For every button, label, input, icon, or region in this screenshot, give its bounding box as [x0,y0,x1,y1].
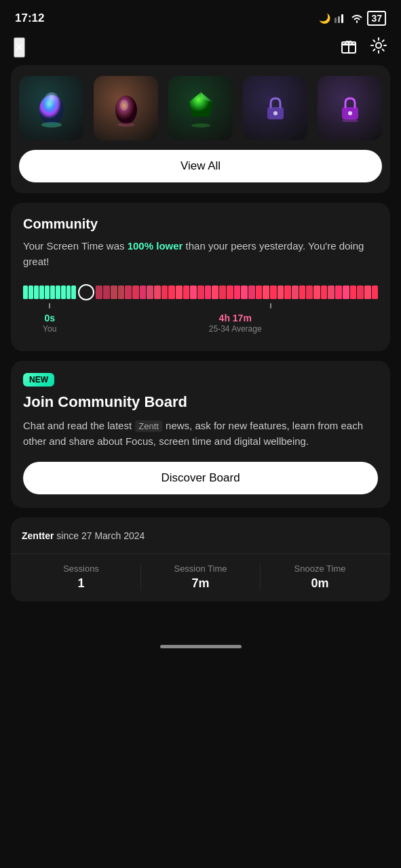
stat-session-time-value: 7m [141,576,260,591]
status-icons: 🌙 37 [319,11,386,26]
stat-sessions-label: Sessions [22,564,140,574]
status-bar: 17:12 🌙 37 [0,0,401,33]
community-title: Community [23,216,378,232]
svg-point-7 [376,43,381,48]
gems-card: View All [11,65,390,193]
stat-snooze-time-value: 0m [261,576,379,591]
main-content: View All Community Your Screen Time was … [0,65,401,638]
join-card: NEW Join Community Board Chat and read t… [11,361,390,508]
gems-row [19,76,382,140]
discover-board-button[interactable]: Discover Board [23,462,378,494]
stat-sessions: Sessions 1 [22,564,140,591]
home-indicator [0,638,401,659]
gem-item-4[interactable] [243,76,307,140]
status-time: 17:12 [15,12,44,25]
join-title: Join Community Board [23,393,378,411]
gift-icon[interactable] [340,37,358,58]
svg-point-11 [115,96,137,124]
community-chart: // will render via template below [23,283,378,334]
wifi-icon [351,14,363,23]
battery-indicator: 37 [367,11,386,26]
stats-header: Zentter since 27 March 2024 [22,530,379,543]
home-bar [160,645,242,648]
stat-snooze-time-label: Snooze Time [261,564,379,574]
stat-session-time-label: Session Time [141,564,260,574]
chart-avg-desc: 25-34 Average [92,324,378,334]
svg-point-10 [41,122,62,127]
gem-item-1[interactable] [19,76,83,140]
view-all-button[interactable]: View All [19,150,382,182]
chart-avg-value: 4h 17m [92,313,378,323]
stat-session-time: Session Time 7m [140,564,260,591]
chart-ticks: // will render via template below [23,283,378,302]
brand-zentt: Zentt [135,420,162,432]
svg-point-9 [43,92,60,111]
chart-your-value: 0s [23,313,76,323]
moon-icon: 🌙 [319,13,330,24]
stat-snooze-time: Snooze Time 0m [260,564,379,591]
stats-divider [11,553,390,554]
community-highlight: 100% lower [128,240,183,252]
header-right-icons [340,37,387,58]
stats-card: Zentter since 27 March 2024 Sessions 1 S… [11,517,390,602]
svg-point-12 [120,100,128,111]
close-button[interactable]: × [14,37,25,58]
gem-item-5[interactable] [318,76,382,140]
svg-point-18 [273,111,278,115]
header-bar: × [0,33,401,65]
community-body-start: Your Screen Time was [23,240,128,252]
community-body: Your Screen Time was 100% lower than you… [23,239,378,269]
svg-point-20 [348,111,352,115]
stats-brand: Zentter [22,530,54,541]
signal-icon [335,14,347,23]
svg-rect-0 [335,18,337,23]
gem-item-2[interactable] [94,76,158,140]
gem-item-3[interactable] [168,76,233,140]
stats-since: since 27 March 2024 [56,530,145,541]
community-card: Community Your Screen Time was 100% lowe… [11,203,390,351]
chart-your-desc: You [23,324,76,334]
join-body-part1: Chat and read the latest [23,420,134,431]
new-badge: NEW [23,373,54,387]
stats-row: Sessions 1 Session Time 7m Snooze Time 0… [22,564,379,591]
svg-rect-2 [341,14,343,23]
svg-point-16 [191,123,210,127]
join-body: Chat and read the latest Zentt news, ask… [23,418,378,450]
svg-point-13 [117,123,135,127]
svg-rect-1 [338,16,340,23]
stat-sessions-value: 1 [22,576,140,591]
settings-icon[interactable] [370,37,387,58]
